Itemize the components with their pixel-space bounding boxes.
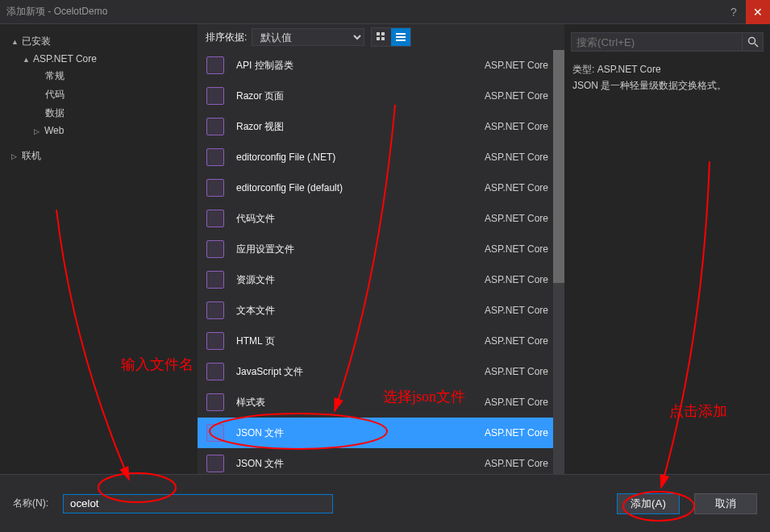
template-category: ASP.NET Core	[485, 243, 556, 255]
file-template-icon	[206, 331, 225, 351]
sort-select[interactable]: 默认值	[252, 28, 364, 46]
template-list-item[interactable]: JSON 文件ASP.NET Core	[198, 418, 564, 448]
template-label: JSON 文件	[236, 457, 485, 471]
template-list-item[interactable]: HTML 页ASP.NET Core	[198, 326, 564, 356]
template-label: 代码文件	[236, 212, 485, 226]
sidebar-item-label: ASP.NET Core	[33, 53, 97, 64]
sidebar-installed: ▲ 已安装 ▲ ASP.NET Core 常规 代码 数据 ▷ Web ▷ 联机	[0, 24, 198, 474]
details-panel: 类型: ASP.NET Core JSON 是一种轻量级数据交换格式。	[564, 24, 770, 474]
template-list-item[interactable]: 代码文件ASP.NET Core	[198, 203, 564, 234]
sort-label: 排序依据:	[206, 31, 247, 44]
template-label: 文本文件	[236, 304, 485, 318]
file-template-icon	[206, 393, 225, 412]
svg-rect-1	[381, 32, 385, 35]
sidebar-item-label: 常规	[45, 69, 65, 83]
name-label: 名称(N):	[13, 497, 48, 510]
template-category: ASP.NET Core	[485, 60, 556, 71]
template-category: ASP.NET Core	[485, 121, 556, 132]
view-grid-button[interactable]	[372, 28, 391, 46]
scrollbar-vertical[interactable]	[553, 50, 564, 474]
sidebar-header-installed[interactable]: ▲ 已安装	[0, 32, 198, 51]
template-label: editorconfig File (.NET)	[236, 152, 485, 163]
svg-rect-4	[396, 33, 406, 35]
file-template-icon	[206, 423, 225, 443]
template-label: 应用设置文件	[236, 243, 485, 256]
svg-rect-2	[377, 37, 380, 40]
svg-rect-6	[396, 39, 406, 41]
window-title: 添加新项 - OcelotDemo	[6, 5, 107, 19]
add-button[interactable]: 添加(A)	[617, 493, 680, 514]
template-category: ASP.NET Core	[485, 427, 556, 438]
template-list-item[interactable]: editorconfig File (.NET)ASP.NET Core	[198, 142, 564, 172]
sidebar-item-code[interactable]: 代码	[0, 85, 198, 104]
template-list-item[interactable]: Razor 视图ASP.NET Core	[198, 111, 564, 142]
chevron-down-icon: ▲	[23, 56, 30, 63]
sidebar-item-general[interactable]: 常规	[0, 67, 198, 85]
template-category: ASP.NET Core	[485, 213, 556, 224]
title-bar: 添加新项 - OcelotDemo ? ✕	[0, 0, 770, 24]
search-icon	[747, 36, 759, 48]
sidebar-item-aspnetcore[interactable]: ▲ ASP.NET Core	[0, 51, 198, 67]
svg-rect-3	[381, 37, 385, 40]
sidebar-item-label: 联机	[22, 149, 41, 163]
view-list-button[interactable]	[391, 28, 410, 46]
template-list-item[interactable]: Razor 页面ASP.NET Core	[198, 81, 564, 111]
cancel-button[interactable]: 取消	[694, 493, 757, 514]
file-template-icon	[206, 362, 225, 381]
template-category: ASP.NET Core	[485, 274, 556, 285]
svg-rect-0	[377, 32, 380, 35]
list-icon	[396, 32, 406, 42]
view-toggle	[371, 27, 411, 47]
sidebar-item-web[interactable]: ▷ Web	[0, 123, 198, 139]
help-button[interactable]: ?	[722, 0, 746, 24]
file-template-icon	[206, 178, 225, 197]
template-list-item[interactable]: JSON 文件ASP.NET Core	[198, 448, 564, 474]
svg-point-7	[748, 38, 755, 44]
sidebar-item-label: Web	[44, 125, 64, 136]
name-input[interactable]	[63, 494, 333, 513]
sidebar-item-online[interactable]: ▷ 联机	[0, 147, 198, 165]
sidebar-item-data[interactable]: 数据	[0, 104, 198, 123]
sidebar-item-label: 代码	[45, 88, 65, 102]
chevron-right-icon: ▷	[34, 127, 41, 135]
template-list-item[interactable]: API 控制器类ASP.NET Core	[198, 50, 564, 81]
file-template-icon	[206, 270, 225, 289]
svg-rect-5	[396, 36, 406, 38]
template-list-panel: 排序依据: 默认值 API 控制器类ASP.NET CoreRazor 页面AS…	[198, 24, 564, 474]
template-list-item[interactable]: 文本文件ASP.NET Core	[198, 295, 564, 326]
search-input[interactable]	[571, 32, 743, 52]
template-category: ASP.NET Core	[485, 305, 556, 316]
file-template-icon	[206, 56, 225, 75]
type-key: 类型:	[572, 64, 594, 75]
template-label: Razor 视图	[236, 120, 485, 134]
template-label: 资源文件	[236, 273, 485, 287]
template-list-item[interactable]: JavaScript 文件ASP.NET Core	[198, 356, 564, 387]
file-template-icon	[206, 239, 225, 259]
template-category: ASP.NET Core	[485, 366, 556, 377]
sidebar-item-label: 数据	[45, 106, 65, 120]
bottom-bar: 名称(N): 添加(A) 取消	[0, 474, 770, 532]
template-label: Razor 页面	[236, 89, 485, 103]
template-list-item[interactable]: 样式表ASP.NET Core	[198, 387, 564, 418]
close-button[interactable]: ✕	[746, 0, 770, 24]
grid-icon	[377, 32, 386, 42]
template-list-item[interactable]: editorconfig File (default)ASP.NET Core	[198, 172, 564, 203]
file-template-icon	[206, 301, 225, 320]
chevron-down-icon: ▲	[11, 38, 19, 45]
template-list-item[interactable]: 应用设置文件ASP.NET Core	[198, 234, 564, 264]
template-label: JSON 文件	[236, 426, 485, 440]
template-list-item[interactable]: 资源文件ASP.NET Core	[198, 264, 564, 295]
description-text: JSON 是一种轻量级数据交换格式。	[572, 77, 762, 94]
file-template-icon	[206, 148, 225, 167]
template-label: 样式表	[236, 396, 485, 409]
template-label: HTML 页	[236, 335, 485, 348]
template-list[interactable]: API 控制器类ASP.NET CoreRazor 页面ASP.NET Core…	[198, 50, 564, 474]
file-template-icon	[206, 86, 225, 106]
search-button[interactable]	[743, 32, 764, 52]
template-category: ASP.NET Core	[485, 182, 556, 193]
type-value: ASP.NET Core	[597, 64, 661, 75]
template-category: ASP.NET Core	[485, 458, 556, 469]
file-template-icon	[206, 454, 225, 473]
template-category: ASP.NET Core	[485, 335, 556, 347]
template-category: ASP.NET Core	[485, 152, 556, 163]
